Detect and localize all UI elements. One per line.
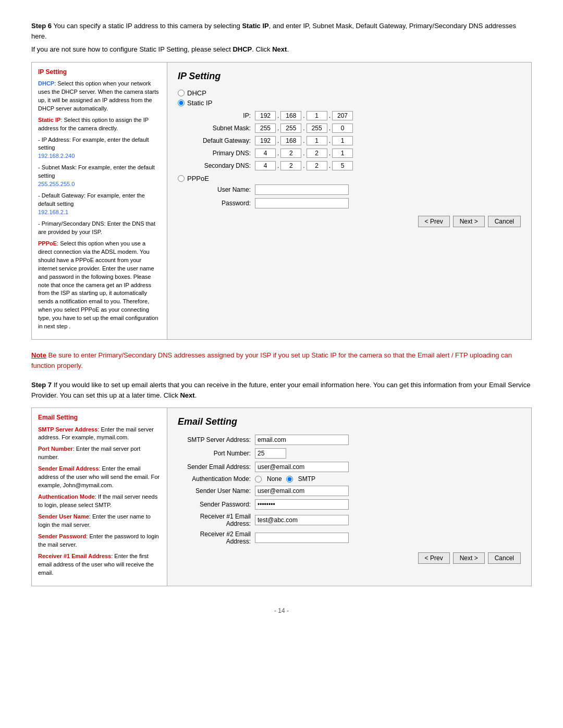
password-row: Password: xyxy=(178,198,521,208)
ip-octet-3[interactable] xyxy=(307,111,327,120)
sdns-octet-3[interactable] xyxy=(307,161,327,170)
ip-cancel-button[interactable]: Cancel xyxy=(488,216,521,227)
receiver1-desc: Receiver #1 Email Address: Enter the fir… xyxy=(38,552,161,577)
receiver2-input[interactable] xyxy=(255,533,349,543)
dhcp-desc: DHCP: Select this option when your netwo… xyxy=(38,80,161,113)
email-panel-right-title: Email Setting xyxy=(178,416,521,427)
static-ip-example: 192.168.2.240 xyxy=(38,153,75,159)
auth-label: Authentication Mode: xyxy=(178,475,251,483)
ip-panel-right-title: IP Setting xyxy=(178,71,521,82)
subnet-octet-4[interactable] xyxy=(332,124,353,133)
sender-pass-row: Sender Password: xyxy=(178,499,521,510)
ip-panel-title: IP Setting xyxy=(38,68,161,77)
ip-octet-2[interactable] xyxy=(280,111,301,120)
email-prev-button[interactable]: < Prev xyxy=(418,552,450,564)
sender-user-input[interactable] xyxy=(255,486,349,496)
gateway-label: Default Gateway: xyxy=(178,137,251,144)
smtp-addr-label: SMTP Server Address: xyxy=(178,436,251,443)
ip-label: IP: xyxy=(178,112,251,119)
step6-text: Step 6 You can specify a static IP addre… xyxy=(31,21,532,41)
password-input[interactable] xyxy=(255,198,349,208)
sender-pass-title: Sender Password xyxy=(38,533,86,539)
username-input[interactable] xyxy=(255,184,349,195)
email-next-button[interactable]: Next > xyxy=(453,552,485,564)
static-ip-desc: - IP Address: For example, enter the def… xyxy=(38,136,161,161)
receiver2-row: Receiver #2 Email Address: xyxy=(178,530,521,545)
sdns-octet-2[interactable] xyxy=(280,161,301,170)
gw-octet-4[interactable] xyxy=(332,136,353,145)
port-input[interactable] xyxy=(255,448,286,459)
auth-smtp-radio[interactable] xyxy=(286,476,293,483)
sender-user-title: Sender User Name xyxy=(38,513,89,520)
primary-dns-inputs[interactable]: . . . xyxy=(255,149,353,158)
sender-pass-input[interactable] xyxy=(255,499,349,510)
gw-octet-2[interactable] xyxy=(280,136,301,145)
gateway-inputs[interactable]: . . . xyxy=(255,136,353,145)
pppoe-radio-row[interactable]: PPPoE xyxy=(178,175,521,182)
subnet-octet-2[interactable] xyxy=(280,124,301,133)
email-panel-title: Email Setting xyxy=(38,413,161,422)
ip-inputs[interactable]: . . . xyxy=(255,111,353,120)
gw-octet-1[interactable] xyxy=(255,136,276,145)
ip-prev-button[interactable]: < Prev xyxy=(418,216,450,227)
gw-octet-3[interactable] xyxy=(307,136,327,145)
password-label: Password: xyxy=(178,200,251,207)
pppoe-section: PPPoE xyxy=(178,175,521,182)
next-bold-s6: Next xyxy=(272,45,287,53)
smtp-desc: SMTP Server Address: Enter the mail serv… xyxy=(38,426,161,442)
email-cancel-button[interactable]: Cancel xyxy=(488,552,521,564)
subnet-octet-3[interactable] xyxy=(307,124,327,133)
smtp-addr-input[interactable] xyxy=(255,435,349,445)
auth-row: Authentication Mode: None SMTP xyxy=(178,475,521,483)
subnet-field-row: Subnet Mask: . . . xyxy=(178,124,521,133)
static-mask-example: 255.255.255.0 xyxy=(38,181,75,187)
static-radio[interactable] xyxy=(178,100,185,106)
secondary-dns-inputs[interactable]: . . . xyxy=(255,161,353,170)
dhcp-radio-label: DHCP xyxy=(187,89,206,97)
smtp-addr-row: SMTP Server Address: xyxy=(178,435,521,445)
pdns-octet-1[interactable] xyxy=(255,149,276,158)
auth-none-radio[interactable] xyxy=(255,476,262,483)
subnet-octet-1[interactable] xyxy=(255,124,276,133)
pdns-octet-3[interactable] xyxy=(307,149,327,158)
auth-options[interactable]: None SMTP xyxy=(255,475,315,483)
ip-setting-panel: IP Setting DHCP: Select this option when… xyxy=(31,62,532,340)
dhcp-bold: DHCP xyxy=(232,45,252,53)
port-label: Port Number: xyxy=(178,450,251,457)
sdns-octet-4[interactable] xyxy=(332,161,353,170)
ip-octet-4[interactable] xyxy=(332,111,353,120)
sender-user-desc: Sender User Name: Enter the user name to… xyxy=(38,513,161,529)
ip-panel-left: IP Setting DHCP: Select this option when… xyxy=(32,63,167,340)
ip-next-button[interactable]: Next > xyxy=(453,216,485,227)
subnet-label: Subnet Mask: xyxy=(178,125,251,132)
ip-octet-1[interactable] xyxy=(255,111,276,120)
subnet-inputs[interactable]: . . . xyxy=(255,124,353,133)
pdns-octet-4[interactable] xyxy=(332,149,353,158)
sender-email-desc: Sender Email Address: Enter the email ad… xyxy=(38,465,161,490)
secondary-dns-label: Secondary DNS: xyxy=(178,162,251,169)
static-radio-row[interactable]: Static IP xyxy=(178,99,521,107)
step7-label: Step 7 xyxy=(31,381,52,389)
sender-pass-desc: Sender Password: Enter the password to l… xyxy=(38,533,161,549)
primary-dns-row: Primary DNS: . . . xyxy=(178,149,521,158)
dhcp-radio-row[interactable]: DHCP xyxy=(178,89,521,97)
receiver1-input[interactable] xyxy=(255,515,349,525)
sender-email-row: Sender Email Address: xyxy=(178,462,521,472)
sdns-octet-1[interactable] xyxy=(255,161,276,170)
sender-email-title: Sender Email Address xyxy=(38,465,99,472)
auth-title: Authentication Mode xyxy=(38,493,95,500)
pppoe-radio[interactable] xyxy=(178,175,185,182)
ip-panel-right: IP Setting DHCP Static IP IP: . . . xyxy=(167,63,531,340)
username-row: User Name: xyxy=(178,184,521,195)
pdns-octet-2[interactable] xyxy=(280,149,301,158)
note-text: Note Be sure to enter Primary/Secondary … xyxy=(31,350,532,371)
receiver1-label: Receiver #1 Email Address: xyxy=(178,513,251,527)
step6-label: Step 6 xyxy=(31,22,52,30)
static-gw-example: 192.168.2.1 xyxy=(38,209,68,215)
dhcp-radio[interactable] xyxy=(178,90,185,96)
static-radio-label: Static IP xyxy=(187,99,212,107)
sender-pass-label: Sender Password: xyxy=(178,501,251,508)
auth-desc: Authentication Mode: If the mail server … xyxy=(38,493,161,510)
sender-email-input[interactable] xyxy=(255,462,349,472)
page-number: - 14 - xyxy=(31,607,532,614)
